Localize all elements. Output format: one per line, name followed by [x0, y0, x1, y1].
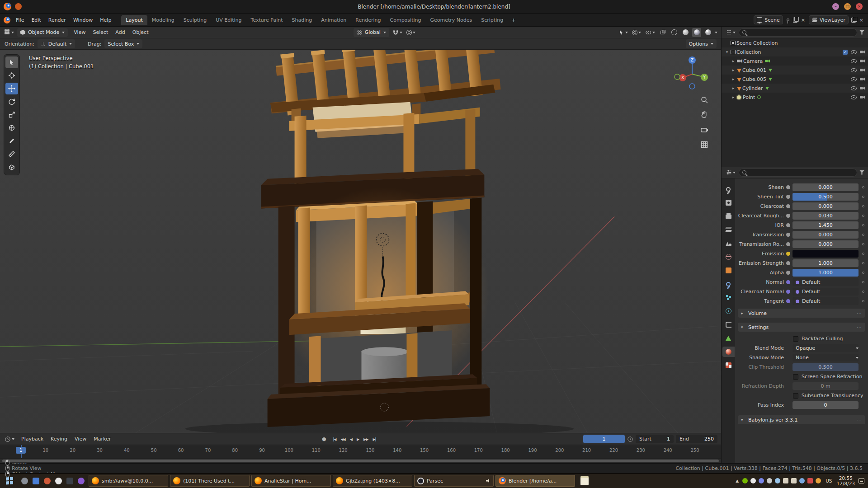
- taskbar-window-button[interactable]: GjbZa.png (1403×8...: [333, 475, 412, 487]
- workspace-tab[interactable]: Scripting: [476, 15, 508, 25]
- editor-type-button[interactable]: [4, 28, 15, 37]
- frame-start-field[interactable]: Start1: [636, 435, 674, 443]
- timeline-menu[interactable]: Marker: [90, 434, 114, 444]
- property-field[interactable]: 0.500: [793, 193, 859, 201]
- physics-tab-button[interactable]: [722, 306, 735, 316]
- camera-render-icon[interactable]: [860, 50, 865, 54]
- tool-scale[interactable]: [5, 109, 18, 121]
- camera-render-icon[interactable]: [860, 95, 865, 99]
- transport-button[interactable]: ▶|: [370, 436, 378, 443]
- object-tab-button[interactable]: [722, 265, 735, 276]
- tool-move[interactable]: [5, 83, 18, 94]
- taskbar-window-button[interactable]: Blender [/home/a...: [495, 475, 575, 487]
- show-overlays-button[interactable]: [644, 28, 656, 37]
- shading-wireframe-button[interactable]: [670, 28, 679, 37]
- tool-rotate[interactable]: [5, 96, 18, 108]
- animate-property-dot[interactable]: [861, 291, 865, 293]
- tool-transform[interactable]: [5, 122, 18, 134]
- show-gizmo-button[interactable]: [631, 28, 642, 37]
- menubar-menu[interactable]: Window: [70, 15, 96, 25]
- property-field[interactable]: 0.000: [793, 183, 859, 191]
- pinned-app-icon[interactable]: [42, 475, 53, 487]
- animate-property-dot[interactable]: [861, 281, 865, 283]
- taskbar-window-button[interactable]: Parsec: [414, 475, 494, 487]
- tray-icon[interactable]: [783, 478, 788, 483]
- outliner-row[interactable]: ▸Camera: [722, 56, 868, 66]
- scene-selector[interactable]: Scene: [754, 15, 783, 24]
- menubar-menu[interactable]: Edit: [28, 15, 44, 25]
- notepad-window-button[interactable]: [577, 475, 592, 487]
- transport-button[interactable]: ▶: [354, 436, 361, 443]
- tray-icon[interactable]: [742, 478, 748, 483]
- property-field[interactable]: 1.450: [793, 221, 859, 229]
- viewport-menu[interactable]: Add: [112, 28, 128, 37]
- sss-row[interactable]: Subsurface Translucency: [738, 391, 865, 400]
- outliner-item-label[interactable]: Cylinder: [742, 85, 763, 91]
- workspace-tab[interactable]: UV Editing: [211, 15, 246, 25]
- outliner-row[interactable]: ▾Collection✓: [722, 47, 868, 56]
- outliner-item-label[interactable]: Camera: [743, 58, 763, 64]
- tool-select-box[interactable]: [5, 56, 18, 68]
- camera-render-icon[interactable]: [860, 68, 865, 72]
- taskbar-window-button[interactable]: AnalieStar | Hom...: [251, 475, 331, 487]
- transport-button[interactable]: ▶▶: [361, 436, 370, 443]
- shading-material-button[interactable]: [692, 28, 701, 37]
- animate-property-dot[interactable]: [861, 272, 865, 274]
- eye-icon[interactable]: [851, 50, 857, 54]
- window-menu-icon[interactable]: [15, 3, 22, 10]
- preview-range-icon[interactable]: [627, 436, 633, 442]
- timeline-menu[interactable]: View: [71, 434, 90, 444]
- taskbar-window-button[interactable]: smb://awv@10.0.0...: [89, 475, 168, 487]
- snap-toggle-button[interactable]: [392, 28, 403, 37]
- mode-dropdown[interactable]: Object Mode: [17, 28, 68, 37]
- pin-icon[interactable]: [787, 19, 789, 21]
- output-tab-button[interactable]: [722, 211, 735, 221]
- property-field[interactable]: [793, 250, 859, 258]
- tray-icon[interactable]: [816, 478, 821, 483]
- eye-icon[interactable]: [851, 86, 857, 90]
- animate-property-dot[interactable]: [861, 215, 865, 217]
- taskbar-clock[interactable]: 20:55 12/8/23: [837, 475, 855, 486]
- tool-annotate[interactable]: [5, 135, 18, 147]
- viewport-3d-scene[interactable]: [0, 50, 721, 433]
- property-field[interactable]: 0.000: [793, 231, 859, 239]
- settings-section[interactable]: ▾Settings⋯: [738, 323, 865, 332]
- viewlayer-selector[interactable]: ViewLayer: [809, 15, 849, 24]
- babylon-section[interactable]: ▾Babylon.js ver 3.3.1⋯: [738, 415, 865, 424]
- viewport-menu[interactable]: View: [70, 28, 89, 37]
- menubar-menu[interactable]: File: [12, 15, 28, 25]
- backface-culling-row[interactable]: Backface Culling: [738, 334, 865, 343]
- tray-icon[interactable]: [750, 478, 756, 483]
- new-scene-icon[interactable]: [793, 18, 797, 23]
- outliner-item-label[interactable]: Cube.001: [742, 67, 766, 73]
- orientation-dropdown[interactable]: Default: [38, 39, 75, 48]
- scene-tab-button[interactable]: [722, 238, 735, 249]
- timeline-scrollbar[interactable]: [0, 458, 721, 463]
- shading-options-chevron[interactable]: [715, 32, 717, 33]
- tray-icon[interactable]: [775, 478, 780, 483]
- animate-property-dot[interactable]: [861, 196, 865, 198]
- menubar-menu[interactable]: Help: [96, 15, 115, 25]
- outliner-item-label[interactable]: Scene Collection: [736, 40, 778, 46]
- workspace-tab[interactable]: Rendering: [351, 15, 385, 25]
- menubar-menu[interactable]: Render: [45, 15, 70, 25]
- start-button[interactable]: [2, 475, 17, 487]
- texture-tab-button[interactable]: [722, 360, 735, 371]
- refraction-depth-field[interactable]: 0 m: [793, 382, 859, 390]
- property-field[interactable]: Default: [793, 288, 859, 296]
- property-field[interactable]: 1.000: [793, 259, 859, 267]
- selectability-button[interactable]: [618, 28, 629, 37]
- new-viewlayer-icon[interactable]: [851, 18, 856, 23]
- shadow-mode-dropdown[interactable]: None: [793, 354, 859, 361]
- data-tab-button[interactable]: [722, 333, 735, 343]
- outliner-row[interactable]: ▸Cube.001: [722, 66, 868, 75]
- camera-render-icon[interactable]: [860, 86, 865, 90]
- pass-index-field[interactable]: 0: [793, 401, 859, 409]
- tray-icon[interactable]: [791, 478, 797, 483]
- frame-end-field[interactable]: End250: [676, 435, 717, 443]
- tray-icon[interactable]: [759, 478, 764, 483]
- pinned-app-icon[interactable]: [19, 475, 30, 487]
- filter-icon[interactable]: [859, 30, 864, 35]
- animate-property-dot[interactable]: [861, 262, 865, 264]
- constraints-tab-button[interactable]: [722, 319, 735, 330]
